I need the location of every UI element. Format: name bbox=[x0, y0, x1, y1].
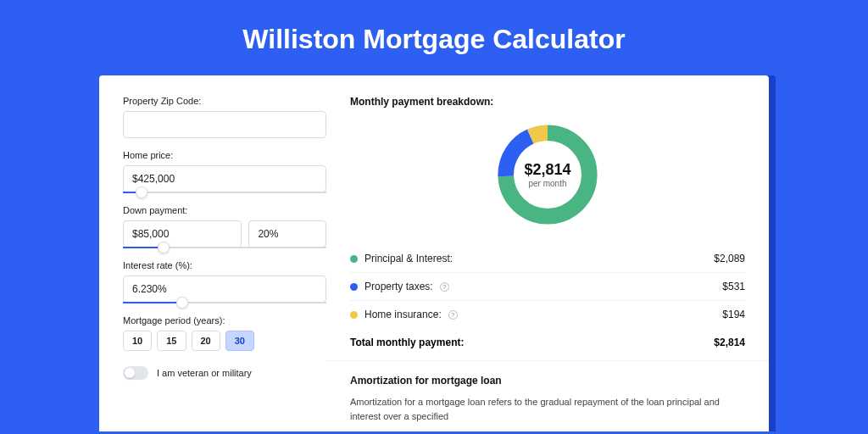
legend-row-yellow: Home insurance:?$194 bbox=[350, 301, 745, 328]
zip-input[interactable] bbox=[123, 111, 326, 138]
amortization-title: Amortization for mortgage loan bbox=[350, 375, 745, 387]
period-button-15[interactable]: 15 bbox=[157, 331, 186, 351]
down-payment-amount-input[interactable] bbox=[123, 220, 242, 248]
legend-row-green: Principal & Interest:$2,089 bbox=[350, 245, 745, 273]
veteran-toggle-row: I am veteran or military bbox=[123, 366, 326, 380]
legend-dot-yellow bbox=[350, 311, 358, 319]
home-price-field: Home price: bbox=[123, 150, 326, 193]
legend-label: Principal & Interest: bbox=[364, 253, 453, 264]
legend-value: $2,089 bbox=[714, 253, 745, 264]
home-price-input[interactable] bbox=[123, 165, 326, 192]
total-label: Total monthly payment: bbox=[350, 337, 464, 348]
down-payment-field: Down payment: bbox=[123, 205, 326, 248]
page-title: Williston Mortgage Calculator bbox=[0, 0, 868, 75]
interest-rate-label: Interest rate (%): bbox=[123, 260, 326, 270]
donut-center-sub: per month bbox=[528, 179, 566, 188]
down-payment-label: Down payment: bbox=[123, 205, 326, 215]
interest-rate-input[interactable] bbox=[123, 275, 326, 303]
legend-dot-blue bbox=[350, 283, 358, 291]
legend-value: $194 bbox=[722, 309, 745, 320]
home-price-slider[interactable] bbox=[123, 192, 326, 193]
zip-field: Property Zip Code: bbox=[123, 96, 326, 138]
veteran-label: I am veteran or military bbox=[157, 368, 252, 378]
legend-value: $531 bbox=[722, 281, 745, 292]
period-button-20[interactable]: 20 bbox=[192, 331, 220, 351]
down-payment-percent-input[interactable] bbox=[248, 220, 326, 248]
mortgage-period-field: Mortgage period (years): 10152030 bbox=[123, 315, 326, 351]
legend-row-blue: Property taxes:?$531 bbox=[350, 273, 745, 301]
breakdown-column: Monthly payment breakdown: $2,814 per mo… bbox=[350, 96, 745, 423]
mortgage-period-label: Mortgage period (years): bbox=[123, 315, 326, 326]
total-value: $2,814 bbox=[714, 337, 745, 348]
veteran-toggle[interactable] bbox=[123, 366, 148, 380]
period-button-10[interactable]: 10 bbox=[123, 331, 152, 351]
form-column: Property Zip Code: Home price: Down paym… bbox=[123, 96, 326, 423]
amortization-body: Amortization for a mortgage loan refers … bbox=[350, 395, 745, 423]
legend-label: Property taxes: bbox=[364, 281, 433, 292]
down-payment-slider[interactable] bbox=[123, 247, 326, 248]
total-row: Total monthly payment: $2,814 bbox=[350, 328, 745, 348]
calculator-card: Property Zip Code: Home price: Down paym… bbox=[99, 75, 769, 431]
home-price-label: Home price: bbox=[123, 150, 326, 160]
donut-center-amount: $2,814 bbox=[524, 161, 570, 179]
legend-label: Home insurance: bbox=[364, 309, 442, 320]
info-icon[interactable]: ? bbox=[440, 282, 449, 292]
breakdown-title: Monthly payment breakdown: bbox=[350, 96, 745, 108]
period-button-30[interactable]: 30 bbox=[225, 331, 254, 351]
interest-rate-slider[interactable] bbox=[123, 302, 326, 303]
payment-donut-chart: $2,814 per month bbox=[492, 120, 603, 230]
zip-label: Property Zip Code: bbox=[123, 96, 326, 106]
interest-rate-field: Interest rate (%): bbox=[123, 260, 326, 303]
legend-dot-green bbox=[350, 255, 358, 263]
info-icon[interactable]: ? bbox=[448, 310, 458, 320]
